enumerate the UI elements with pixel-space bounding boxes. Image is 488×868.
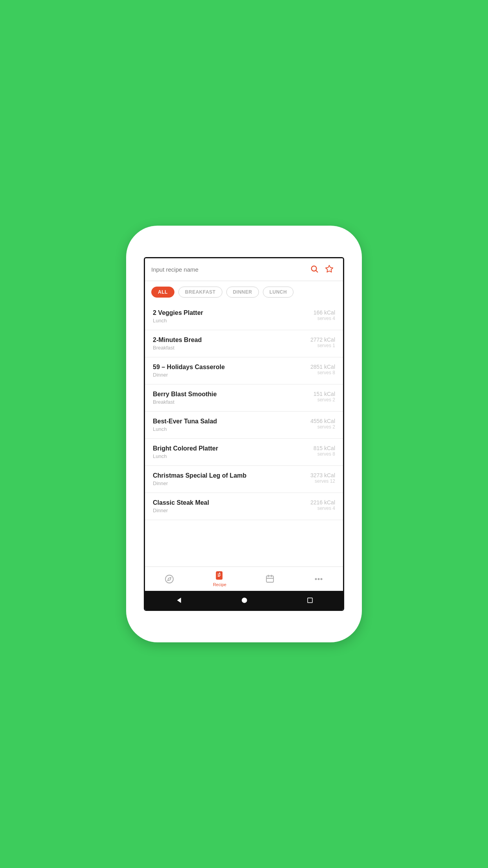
recents-button[interactable] [306, 597, 314, 604]
star-icon [325, 265, 334, 273]
recipe-nutrition: 4556 kCal serves 2 [310, 418, 335, 430]
recipe-item[interactable]: Bright Colored Platter Lunch 815 kCal se… [145, 439, 343, 466]
filter-row: ALL BREAKFAST DINNER LUNCH [145, 281, 343, 303]
recipe-kcal: 2216 kCal [310, 499, 335, 506]
recipe-category: Dinner [153, 372, 310, 378]
recipe-serves: serves 4 [314, 316, 335, 321]
recipe-kcal: 4556 kCal [310, 418, 335, 424]
svg-rect-20 [308, 598, 312, 603]
home-button[interactable] [241, 597, 248, 604]
recipe-category: Dinner [153, 480, 310, 486]
search-bar [145, 258, 343, 281]
recipe-item[interactable]: 2 Veggies Platter Lunch 166 kCal serves … [145, 303, 343, 330]
phone-frame: ALL BREAKFAST DINNER LUNCH 2 Veggies Pla… [126, 226, 362, 642]
recipe-serves: serves 8 [310, 370, 335, 375]
android-nav-bar [145, 591, 343, 610]
recipe-kcal: 151 kCal [314, 391, 335, 397]
recipe-category: Lunch [153, 426, 310, 432]
back-button[interactable] [174, 596, 182, 604]
recipe-kcal: 2772 kCal [310, 337, 335, 343]
search-button[interactable] [307, 263, 322, 276]
recipe-info: 2-Minutes Bread Breakfast [153, 337, 310, 351]
search-input[interactable] [151, 266, 307, 273]
recipe-serves: serves 8 [314, 451, 335, 457]
filter-lunch[interactable]: LUNCH [263, 287, 294, 298]
filter-breakfast[interactable]: BREAKFAST [178, 287, 222, 298]
filter-all[interactable]: ALL [151, 287, 174, 298]
recipe-nutrition: 166 kCal serves 4 [314, 309, 335, 321]
nav-recipe-label: Recipe [213, 582, 226, 587]
recipe-nutrition: 3273 kCal serves 12 [310, 472, 335, 484]
recipe-category: Lunch [153, 453, 314, 459]
svg-point-19 [242, 598, 247, 603]
recipe-serves: serves 1 [310, 343, 335, 348]
svg-marker-18 [177, 598, 181, 603]
recipe-info: Berry Blast Smoothie Breakfast [153, 391, 314, 405]
recipe-name: Berry Blast Smoothie [153, 391, 314, 398]
svg-point-3 [165, 575, 173, 583]
svg-marker-2 [326, 265, 333, 272]
recipe-name: Bright Colored Platter [153, 445, 314, 452]
recipe-book-icon [215, 571, 225, 581]
recipe-serves: serves 2 [314, 397, 335, 403]
svg-point-15 [316, 578, 317, 579]
recipe-serves: serves 2 [310, 424, 335, 430]
bottom-nav: Recipe [145, 566, 343, 591]
recipe-info: 59 – Holidays Casserole Dinner [153, 364, 310, 378]
recipe-serves: serves 12 [310, 478, 335, 484]
recipe-info: Bright Colored Platter Lunch [153, 445, 314, 459]
nav-item-more[interactable] [314, 574, 324, 584]
favorites-button[interactable] [322, 263, 337, 276]
recipe-category: Dinner [153, 508, 310, 513]
recipe-nutrition: 151 kCal serves 2 [314, 391, 335, 403]
recipe-item[interactable]: 59 – Holidays Casserole Dinner 2851 kCal… [145, 357, 343, 384]
recipe-item[interactable]: Best-Ever Tuna Salad Lunch 4556 kCal ser… [145, 412, 343, 439]
svg-point-16 [318, 578, 319, 579]
recipe-kcal: 815 kCal [314, 445, 335, 451]
recipe-item[interactable]: Classic Steak Meal Dinner 2216 kCal serv… [145, 493, 343, 520]
recipe-item[interactable]: 2-Minutes Bread Breakfast 2772 kCal serv… [145, 330, 343, 357]
recipe-nutrition: 815 kCal serves 8 [314, 445, 335, 457]
recipe-name: Best-Ever Tuna Salad [153, 418, 310, 425]
recipe-info: 2 Veggies Platter Lunch [153, 309, 314, 324]
nav-item-recipe[interactable]: Recipe [213, 571, 226, 587]
recipe-category: Lunch [153, 318, 314, 324]
home-icon [241, 597, 248, 604]
recipe-kcal: 166 kCal [314, 309, 335, 316]
more-icon [314, 574, 324, 584]
search-icon [310, 265, 319, 273]
recents-icon [306, 597, 314, 604]
back-icon [174, 596, 182, 604]
recipe-nutrition: 2772 kCal serves 1 [310, 337, 335, 348]
svg-rect-11 [266, 576, 273, 582]
svg-point-17 [321, 578, 322, 579]
recipe-name: 2-Minutes Bread [153, 337, 310, 344]
recipe-name: Classic Steak Meal [153, 499, 310, 506]
recipe-info: Christmas Special Leg of Lamb Dinner [153, 472, 310, 486]
recipe-kcal: 2851 kCal [310, 364, 335, 370]
recipe-category: Breakfast [153, 399, 314, 405]
recipe-item[interactable]: Berry Blast Smoothie Breakfast 151 kCal … [145, 384, 343, 412]
recipe-list: 2 Veggies Platter Lunch 166 kCal serves … [145, 303, 343, 566]
recipe-kcal: 3273 kCal [310, 472, 335, 478]
recipe-info: Best-Ever Tuna Salad Lunch [153, 418, 310, 432]
recipe-item[interactable]: Christmas Special Leg of Lamb Dinner 327… [145, 466, 343, 493]
nav-item-calendar[interactable] [265, 574, 275, 584]
recipe-serves: serves 4 [310, 506, 335, 511]
nav-item-explore[interactable] [164, 574, 174, 584]
recipe-name: Christmas Special Leg of Lamb [153, 472, 310, 479]
svg-marker-4 [168, 577, 171, 580]
recipe-category: Breakfast [153, 345, 310, 351]
recipe-name: 2 Veggies Platter [153, 309, 314, 316]
phone-screen: ALL BREAKFAST DINNER LUNCH 2 Veggies Pla… [144, 257, 344, 611]
svg-line-1 [316, 270, 317, 272]
recipe-name: 59 – Holidays Casserole [153, 364, 310, 371]
recipe-nutrition: 2216 kCal serves 4 [310, 499, 335, 511]
compass-icon [164, 574, 174, 584]
recipe-nutrition: 2851 kCal serves 8 [310, 364, 335, 375]
recipe-info: Classic Steak Meal Dinner [153, 499, 310, 513]
calendar-icon [265, 574, 275, 584]
filter-dinner[interactable]: DINNER [226, 287, 259, 298]
